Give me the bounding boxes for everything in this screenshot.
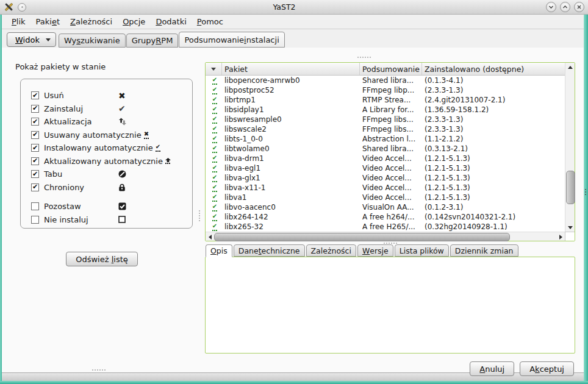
column-header-installed[interactable]: Zainstalowano (dostępne) <box>421 63 565 75</box>
filter-row-nie-instaluj[interactable]: Nie instaluj <box>31 213 187 227</box>
filter-row-tabu[interactable]: Tabu <box>31 168 187 181</box>
table-row[interactable]: ✔librtmp1RTMP Strea...(2.4.git20131007-2… <box>206 95 565 105</box>
checkbox-pozostaw[interactable] <box>31 202 39 210</box>
splitter-dots-icon[interactable] <box>357 57 371 58</box>
view-tab-grupy-rpm[interactable]: Grupy RPM <box>126 34 179 48</box>
package-installed-version: (1.2.1-5.1.3) <box>421 183 565 192</box>
package-name: libva-x11-1 <box>221 183 359 192</box>
table-row[interactable]: ✔libtwolame0Shared libra...(0.3.13-2.1) <box>206 144 565 154</box>
filter-panel: Pokaż pakiety w stanie Usuń✖Zainstaluj✔A… <box>10 62 193 369</box>
menu-dodatki[interactable]: Dodatki <box>151 16 191 27</box>
table-row[interactable]: ✔libva-x11-1Video Accel...(1.2.1-5.1.3) <box>206 183 565 193</box>
table-row[interactable]: ✔libopencore-amrwb0Shared libra...(0.1.3… <box>206 76 565 85</box>
checkbox-aktualizacja[interactable] <box>31 118 39 126</box>
table-row[interactable]: ✔libva1Video Accel...(1.2.1-5.1.3) <box>206 193 565 202</box>
filter-row-pozostaw[interactable]: Pozostaw <box>31 200 187 213</box>
column-header-summary[interactable]: Podsumowanie <box>359 63 421 75</box>
close-button[interactable] <box>574 2 584 12</box>
panel-splitter-handle[interactable] <box>193 62 205 369</box>
filter-row-usun[interactable]: Usuń✖ <box>31 89 187 102</box>
checkbox-usun[interactable] <box>31 91 39 99</box>
scroll-up-button[interactable] <box>565 63 575 71</box>
checkbox-chroniony[interactable] <box>31 183 39 191</box>
column-header-status[interactable] <box>206 63 221 75</box>
menu-pomoc[interactable]: Pomoc <box>192 16 228 27</box>
auto-install-icon: ✔ <box>212 213 217 221</box>
table-row[interactable]: ✔libva-drm1Video Accel...(1.2.1-5.1.3) <box>206 154 565 163</box>
view-dropdown-label: Widok <box>15 35 40 44</box>
cancel-button[interactable]: Anuluj <box>470 361 514 376</box>
checkbox-instalowany-automatycznie[interactable] <box>31 144 39 152</box>
row-status-cell: ✔ <box>206 96 221 104</box>
package-summary: Video Accel... <box>359 183 421 192</box>
yast2-window: YaST2 PlikPakietZależnościOpcjeDodatkiPo… <box>0 0 588 384</box>
scrollbar-corner <box>565 232 575 241</box>
filter-row-aktualizowany-automatycznie[interactable]: Aktualizowany automatycznie <box>31 155 187 168</box>
refresh-list-button[interactable]: Odśwież listę <box>66 252 138 266</box>
package-summary: Video Accel... <box>359 174 421 182</box>
minimize-button[interactable] <box>546 2 556 12</box>
filter-row-instalowany-automatycznie[interactable]: Instalowany automatycznie✔ <box>31 141 187 155</box>
column-header-package[interactable]: Pakiet <box>221 63 359 75</box>
row-status-cell: ✔ <box>206 77 221 85</box>
filter-row-chroniony[interactable]: Chroniony <box>31 181 187 194</box>
package-installed-version: (1.36.59-158.1.2) <box>421 105 565 114</box>
maximize-button[interactable] <box>560 2 570 12</box>
table-row[interactable]: ✔libswscale2FFmpeg libs...(2.3.3-1.3) <box>206 124 565 134</box>
checkbox-nie-instaluj[interactable] <box>31 216 39 224</box>
filter-row-zainstaluj[interactable]: Zainstaluj✔ <box>31 102 187 116</box>
checkbox-tabu[interactable] <box>31 170 39 178</box>
detail-tab-dane-techniczne[interactable]: Dane techniczne <box>234 244 305 257</box>
filter-row-aktualizacja[interactable]: Aktualizacja <box>31 115 187 129</box>
detail-tab-zaleznosci[interactable]: Zależności <box>306 244 356 257</box>
splitter-dots-icon[interactable] <box>384 243 397 244</box>
filter-groupbox: Usuń✖Zainstaluj✔AktualizacjaUsuwany auto… <box>20 79 193 229</box>
table-row[interactable]: ✔libswresample0FFmpeg libs...(2.3.3-1.3) <box>206 115 565 124</box>
sort-descending-icon <box>211 68 216 71</box>
checkbox-zainstaluj[interactable] <box>31 105 39 113</box>
titlebar[interactable]: YaST2 <box>0 0 588 15</box>
table-row[interactable]: ✔libpostproc52FFmpeg libp...(2.3.3-1.3) <box>206 85 565 95</box>
scroll-left-button[interactable] <box>206 232 214 241</box>
view-tab-podsumowanie-instalacji[interactable]: Podsumowanie instalacji <box>179 32 284 48</box>
view-dropdown-button[interactable]: Widok <box>7 32 56 47</box>
vertical-scrollbar-thumb[interactable] <box>566 171 575 204</box>
checkbox-aktualizowany-automatycznie[interactable] <box>31 157 39 165</box>
horizontal-scrollbar-thumb[interactable] <box>214 233 510 241</box>
description-panel[interactable] <box>205 257 575 354</box>
table-row[interactable]: ✔libva-glx1Video Accel...(1.2.1-5.1.3) <box>206 173 565 183</box>
menu-zaleznosci[interactable]: Zależności <box>65 16 117 27</box>
checkbox-usuwany-automatycznie[interactable] <box>31 131 39 139</box>
view-tab-wyszukiwanie[interactable]: Wyszukiwanie <box>59 34 126 48</box>
horizontal-scrollbar[interactable] <box>206 232 565 241</box>
detail-tab-dziennik-zmian[interactable]: Dziennik zmian <box>450 244 518 257</box>
table-row[interactable]: ✔libx264-142A free h264/...(0.142svn2014… <box>206 212 565 222</box>
package-installed-version: (0.1.3-4.1) <box>421 76 565 85</box>
filter-panel-title: Pokaż pakiety w stanie <box>15 62 193 71</box>
detail-tab-wersje[interactable]: Wersje <box>357 244 393 257</box>
menu-opcje[interactable]: Opcje <box>118 16 150 27</box>
accept-button[interactable]: Akceptuj <box>520 361 574 376</box>
table-row[interactable]: ✔libvo-aacenc0VisualOn AA...(0.1.2-3.1) <box>206 202 565 212</box>
menu-pakiet[interactable]: Pakiet <box>31 16 65 27</box>
table-row[interactable]: ✔libts-1_0-0Abstraction l...(1.1-2.1.2) <box>206 134 565 144</box>
row-status-cell: ✔ <box>206 106 221 114</box>
filter-row-usuwany-automatycznie[interactable]: Usuwany automatycznie✖ <box>31 129 187 142</box>
table-row[interactable]: ✔libx265-32A free H265/...(0.32hg2014092… <box>206 222 565 232</box>
table-row[interactable]: ✔libsidplay1A Library for...(1.36.59-158… <box>206 105 565 115</box>
checkbox-label: Tabu <box>44 169 116 179</box>
detail-tab-lista-plikow[interactable]: Lista plików <box>395 244 449 257</box>
detail-tab-opis[interactable]: Opis <box>206 244 232 257</box>
resize-grip[interactable] <box>585 189 586 195</box>
package-summary: VisualOn AA... <box>359 203 421 212</box>
row-status-cell: ✔ <box>206 135 221 143</box>
menu-plik[interactable]: Plik <box>7 16 30 27</box>
scroll-down-button[interactable] <box>565 223 575 232</box>
package-summary: FFmpeg libs... <box>359 115 421 124</box>
auto-install-icon: ✔ <box>212 194 217 202</box>
table-row[interactable]: ✔libva-egl1Video Accel...(1.2.1-5.1.3) <box>206 163 565 173</box>
vertical-scrollbar[interactable] <box>565 63 575 232</box>
resize-grip[interactable] <box>92 369 106 371</box>
window-menu-button[interactable] <box>18 3 26 12</box>
scroll-right-button[interactable] <box>556 232 565 241</box>
